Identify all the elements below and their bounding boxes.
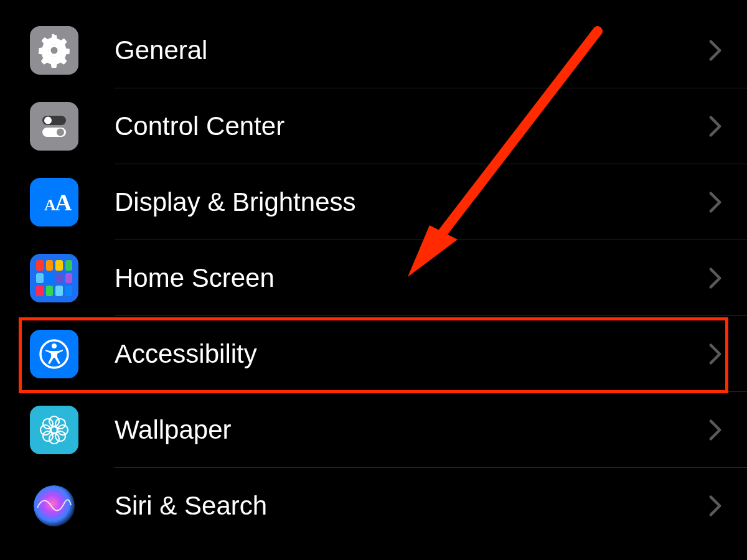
svg-point-9	[51, 427, 57, 433]
gear-icon	[30, 26, 78, 75]
app-grid-icon	[30, 254, 78, 302]
text-size-icon: A A	[30, 178, 78, 226]
svg-point-11	[49, 434, 59, 444]
svg-point-0	[49, 45, 59, 55]
svg-point-10	[49, 416, 59, 426]
accessibility-icon	[30, 330, 78, 378]
svg-text:A: A	[55, 189, 72, 215]
svg-point-15	[55, 419, 65, 429]
settings-row-wallpaper[interactable]: Wallpaper	[0, 392, 747, 468]
svg-point-12	[40, 425, 50, 435]
chevron-right-icon	[708, 115, 722, 138]
chevron-right-icon	[708, 343, 722, 365]
chevron-right-icon	[708, 419, 722, 441]
settings-list: General Control Center A A Display & Bri…	[0, 0, 747, 544]
chevron-right-icon	[708, 267, 722, 289]
row-label-wallpaper: Wallpaper	[115, 415, 708, 445]
svg-point-14	[43, 419, 53, 429]
svg-point-2	[44, 117, 52, 124]
chevron-right-icon	[708, 495, 722, 517]
chevron-right-icon	[708, 191, 722, 213]
row-label-accessibility: Accessibility	[115, 339, 708, 369]
svg-point-16	[43, 431, 53, 441]
svg-point-4	[57, 129, 64, 136]
svg-point-18	[34, 485, 75, 526]
settings-row-display[interactable]: A A Display & Brightness	[0, 164, 747, 240]
svg-point-13	[58, 425, 68, 435]
svg-point-17	[55, 431, 65, 441]
row-label-home-screen: Home Screen	[115, 263, 708, 293]
settings-row-home-screen[interactable]: Home Screen	[0, 240, 747, 316]
toggles-icon	[30, 102, 78, 151]
row-label-display: Display & Brightness	[115, 187, 708, 217]
settings-row-siri[interactable]: Siri & Search	[0, 468, 747, 544]
row-label-siri: Siri & Search	[115, 491, 708, 521]
row-label-general: General	[115, 35, 708, 65]
settings-row-general[interactable]: General	[0, 12, 747, 88]
settings-row-control-center[interactable]: Control Center	[0, 88, 747, 164]
row-label-control-center: Control Center	[115, 111, 708, 141]
settings-row-accessibility[interactable]: Accessibility	[0, 316, 747, 392]
flower-icon	[30, 406, 78, 454]
siri-icon	[30, 482, 78, 530]
chevron-right-icon	[708, 39, 722, 62]
svg-point-8	[52, 343, 57, 348]
